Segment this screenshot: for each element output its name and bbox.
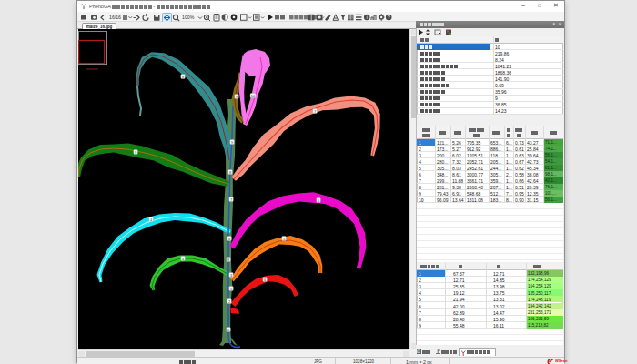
svg-text:10: 10 — [251, 94, 256, 98]
svg-text:i: i — [367, 15, 368, 20]
svg-text:100%: 100% — [182, 15, 195, 20]
svg-text:16/16: 16/16 — [109, 15, 121, 20]
svg-text:?: ? — [388, 15, 390, 20]
